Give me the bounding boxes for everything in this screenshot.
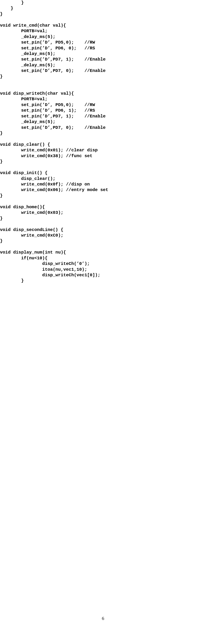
code-block: } } } void write_cmd(char val){ PORTB=va…	[0, 0, 206, 284]
page-number: 6	[0, 616, 206, 622]
